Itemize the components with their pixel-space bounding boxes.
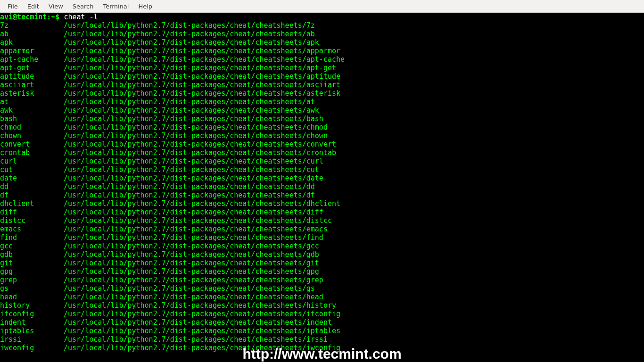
cheat-name: curl (0, 157, 64, 165)
cheat-name: apk (0, 38, 64, 47)
cheat-name: emacs (0, 225, 64, 233)
cheat-entry-row: irssi/usr/local/lib/python2.7/dist-packa… (0, 335, 644, 344)
cheat-entry-row: iptables/usr/local/lib/python2.7/dist-pa… (0, 327, 644, 335)
cheat-entry-row: chmod/usr/local/lib/python2.7/dist-packa… (0, 123, 644, 132)
cheat-path: /usr/local/lib/python2.7/dist-packages/c… (64, 98, 315, 106)
cheat-entry-row: aptitude/usr/local/lib/python2.7/dist-pa… (0, 72, 644, 81)
cheat-name: asciiart (0, 81, 64, 89)
menu-edit[interactable]: Edit (23, 1, 44, 12)
cheat-entry-row: distcc/usr/local/lib/python2.7/dist-pack… (0, 216, 644, 225)
cheat-name: find (0, 233, 64, 242)
cheat-path: /usr/local/lib/python2.7/dist-packages/c… (64, 38, 319, 47)
cheat-entry-row: head/usr/local/lib/python2.7/dist-packag… (0, 293, 644, 301)
cheat-path: /usr/local/lib/python2.7/dist-packages/c… (64, 191, 315, 199)
cheat-name: 7z (0, 21, 64, 30)
menu-view[interactable]: View (44, 1, 68, 12)
cheat-name: head (0, 293, 64, 301)
cheat-entry-row: crontab/usr/local/lib/python2.7/dist-pac… (0, 148, 644, 157)
cheat-path: /usr/local/lib/python2.7/dist-packages/c… (64, 148, 336, 157)
cheat-entry-row: chown/usr/local/lib/python2.7/dist-packa… (0, 132, 644, 140)
cheat-name: distcc (0, 216, 64, 225)
cheat-entry-row: ifconfig/usr/local/lib/python2.7/dist-pa… (0, 310, 644, 318)
cheat-name: iwconfig (0, 344, 64, 352)
cheat-path: /usr/local/lib/python2.7/dist-packages/c… (64, 267, 319, 276)
cheat-path: /usr/local/lib/python2.7/dist-packages/c… (64, 199, 340, 208)
cheat-entry-row: gcc/usr/local/lib/python2.7/dist-package… (0, 242, 644, 250)
cheat-name: asterisk (0, 89, 64, 98)
menu-help[interactable]: Help (133, 1, 157, 12)
cheat-entry-row: apk/usr/local/lib/python2.7/dist-package… (0, 38, 644, 47)
cheat-path: /usr/local/lib/python2.7/dist-packages/c… (64, 250, 319, 259)
cheat-name: bash (0, 115, 64, 123)
cheat-name: grep (0, 276, 64, 284)
cheat-name: apt-cache (0, 55, 64, 64)
menubar: File Edit View Search Terminal Help (0, 0, 644, 13)
cheat-path: /usr/local/lib/python2.7/dist-packages/c… (64, 310, 340, 318)
prompt-userhost: avi@tecmint (0, 13, 47, 21)
cheat-name: df (0, 191, 64, 199)
cheat-entry-row: git/usr/local/lib/python2.7/dist-package… (0, 259, 644, 267)
cheat-path: /usr/local/lib/python2.7/dist-packages/c… (64, 318, 332, 327)
cheat-entry-row: find/usr/local/lib/python2.7/dist-packag… (0, 233, 644, 242)
cheat-name: date (0, 174, 64, 182)
cheat-name: chown (0, 132, 64, 140)
cheat-path: /usr/local/lib/python2.7/dist-packages/c… (64, 276, 323, 284)
cheat-path: /usr/local/lib/python2.7/dist-packages/c… (64, 123, 328, 132)
cheat-entry-row: date/usr/local/lib/python2.7/dist-packag… (0, 174, 644, 182)
cheat-path: /usr/local/lib/python2.7/dist-packages/c… (64, 293, 323, 301)
cheat-name: apt-get (0, 64, 64, 72)
cheat-entry-row: apt-get/usr/local/lib/python2.7/dist-pac… (0, 64, 644, 72)
cheat-entry-row: grep/usr/local/lib/python2.7/dist-packag… (0, 276, 644, 284)
cheat-entry-row: history/usr/local/lib/python2.7/dist-pac… (0, 301, 644, 310)
cheat-path: /usr/local/lib/python2.7/dist-packages/c… (64, 157, 323, 165)
cheat-path: /usr/local/lib/python2.7/dist-packages/c… (64, 182, 315, 191)
cheat-path: /usr/local/lib/python2.7/dist-packages/c… (64, 47, 340, 55)
cheat-name: gpg (0, 267, 64, 276)
cheat-path: /usr/local/lib/python2.7/dist-packages/c… (64, 115, 323, 123)
cheat-entry-row: at/usr/local/lib/python2.7/dist-packages… (0, 98, 644, 106)
cheat-name: aptitude (0, 72, 64, 81)
cheat-name: gcc (0, 242, 64, 250)
cheat-path: /usr/local/lib/python2.7/dist-packages/c… (64, 81, 340, 89)
cheat-entry-row: emacs/usr/local/lib/python2.7/dist-packa… (0, 225, 644, 233)
cheat-path: /usr/local/lib/python2.7/dist-packages/c… (64, 89, 340, 98)
cheat-path: /usr/local/lib/python2.7/dist-packages/c… (64, 284, 315, 293)
cheat-path: /usr/local/lib/python2.7/dist-packages/c… (64, 335, 328, 344)
cheat-entry-row: asciiart/usr/local/lib/python2.7/dist-pa… (0, 81, 644, 89)
cheat-name: diff (0, 208, 64, 216)
cheat-entry-row: indent/usr/local/lib/python2.7/dist-pack… (0, 318, 644, 327)
cheat-entry-row: diff/usr/local/lib/python2.7/dist-packag… (0, 208, 644, 216)
cheat-name: iptables (0, 327, 64, 335)
cheat-entry-row: cut/usr/local/lib/python2.7/dist-package… (0, 165, 644, 174)
cheat-name: crontab (0, 148, 64, 157)
cheat-path: /usr/local/lib/python2.7/dist-packages/c… (64, 233, 323, 242)
cheat-entry-row: ab/usr/local/lib/python2.7/dist-packages… (0, 30, 644, 38)
cheat-entry-row: apparmor/usr/local/lib/python2.7/dist-pa… (0, 47, 644, 55)
cheat-path: /usr/local/lib/python2.7/dist-packages/c… (64, 106, 319, 115)
cheat-entry-row: apt-cache/usr/local/lib/python2.7/dist-p… (0, 55, 644, 64)
cheat-name: cut (0, 165, 64, 174)
cheat-path: /usr/local/lib/python2.7/dist-packages/c… (64, 216, 332, 225)
cheat-path: /usr/local/lib/python2.7/dist-packages/c… (64, 344, 340, 352)
cheat-path: /usr/local/lib/python2.7/dist-packages/c… (64, 30, 315, 38)
cheat-entry-row: convert/usr/local/lib/python2.7/dist-pac… (0, 140, 644, 148)
menu-file[interactable]: File (3, 1, 23, 12)
cheat-entry-row: iwconfig/usr/local/lib/python2.7/dist-pa… (0, 344, 644, 352)
menu-terminal[interactable]: Terminal (98, 1, 133, 12)
cheat-entry-row: gs/usr/local/lib/python2.7/dist-packages… (0, 284, 644, 293)
cheat-path: /usr/local/lib/python2.7/dist-packages/c… (64, 259, 319, 267)
cheat-entry-row: df/usr/local/lib/python2.7/dist-packages… (0, 191, 644, 199)
menu-search[interactable]: Search (68, 1, 99, 12)
cheat-entry-row: dd/usr/local/lib/python2.7/dist-packages… (0, 182, 644, 191)
cheat-entry-row: 7z/usr/local/lib/python2.7/dist-packages… (0, 21, 644, 30)
cheat-name: dd (0, 182, 64, 191)
cheat-name: awk (0, 106, 64, 115)
prompt-line: avi@tecmint:~$ cheat -l (0, 13, 644, 21)
terminal-output[interactable]: avi@tecmint:~$ cheat -l7z/usr/local/lib/… (0, 13, 644, 362)
cheat-name: at (0, 98, 64, 106)
cheat-entry-row: gdb/usr/local/lib/python2.7/dist-package… (0, 250, 644, 259)
cheat-path: /usr/local/lib/python2.7/dist-packages/c… (64, 140, 336, 148)
cheat-path: /usr/local/lib/python2.7/dist-packages/c… (64, 165, 319, 174)
cheat-entry-row: awk/usr/local/lib/python2.7/dist-package… (0, 106, 644, 115)
cheat-path: /usr/local/lib/python2.7/dist-packages/c… (64, 21, 315, 30)
